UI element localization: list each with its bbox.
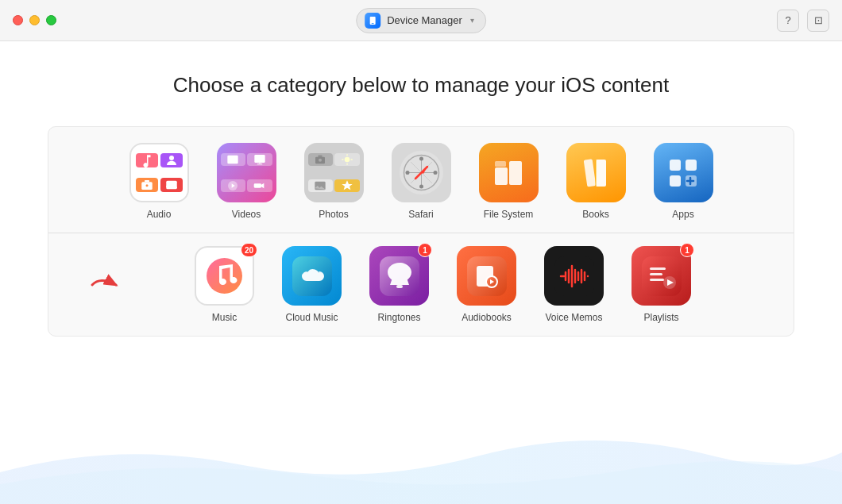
- svg-rect-9: [254, 155, 265, 163]
- books-icon-wrap: [566, 143, 626, 202]
- books-label: Books: [582, 209, 608, 220]
- svg-rect-61: [650, 273, 662, 275]
- audio-icon-wrap: [129, 143, 189, 202]
- apps-icon: [654, 143, 713, 202]
- filesystem-label: File System: [484, 209, 534, 220]
- category-videos[interactable]: Videos: [203, 143, 290, 220]
- cloudmusic-label: Cloud Music: [285, 312, 338, 323]
- star-icon: [341, 179, 353, 192]
- category-books[interactable]: Books: [552, 143, 639, 220]
- svg-rect-38: [670, 175, 681, 187]
- cloudmusic-svg: [292, 256, 332, 296]
- photos-label: Photos: [319, 209, 348, 220]
- category-ringtones[interactable]: 1: [356, 246, 443, 323]
- tv-icon: [253, 153, 266, 166]
- category-playlists[interactable]: 1: [618, 246, 705, 323]
- apps-svg: [663, 153, 703, 193]
- ringtones-svg: [380, 256, 419, 296]
- music-label: Music: [212, 312, 237, 323]
- titlebar-right: ? ⊡: [777, 10, 829, 32]
- cloudmusic-icon-wrap: [282, 246, 342, 306]
- person-icon: [164, 153, 179, 167]
- category-row-1: Audio: [48, 143, 794, 233]
- category-voicememos[interactable]: Voice Memos: [531, 246, 618, 323]
- minimize-button[interactable]: [29, 15, 40, 25]
- books-svg: [576, 153, 616, 193]
- svg-rect-36: [670, 160, 681, 171]
- close-button[interactable]: [13, 15, 23, 25]
- voicememos-icon-wrap: [544, 246, 604, 306]
- audiobooks-svg: [467, 256, 507, 296]
- camera-icon: [140, 178, 154, 192]
- category-apps[interactable]: Apps: [639, 143, 727, 220]
- playlists-badge: 1: [680, 243, 694, 257]
- audiobooks-icon-wrap: [457, 246, 516, 306]
- arrow-indicator: [88, 272, 132, 298]
- audio-label: Audio: [147, 209, 172, 220]
- main-content: Choose a category below to manage your i…: [0, 41, 842, 352]
- category-audio[interactable]: Audio: [115, 143, 203, 220]
- playlists-icon-wrap: 1: [632, 246, 691, 306]
- svg-point-27: [419, 185, 423, 189]
- safari-icon-wrap: [392, 143, 451, 202]
- svg-rect-15: [319, 155, 323, 156]
- category-music[interactable]: 20: [181, 246, 268, 323]
- category-safari[interactable]: Safari: [377, 143, 465, 220]
- film-icon: [226, 153, 239, 166]
- safari-svg: [400, 151, 443, 194]
- filesystem-svg: [489, 153, 528, 193]
- apps-label: Apps: [672, 209, 693, 220]
- svg-point-14: [319, 158, 322, 161]
- category-filesystem[interactable]: File System: [465, 143, 552, 220]
- phone-icon-svg: [368, 16, 377, 25]
- page-heading: Choose a category below to manage your i…: [48, 73, 794, 98]
- filesystem-icon-wrap: [479, 143, 539, 202]
- camera2-icon: [314, 153, 326, 166]
- videos-label: Videos: [232, 209, 261, 220]
- ringtones-badge: 1: [418, 243, 432, 257]
- sun-icon: [341, 153, 353, 166]
- svg-rect-46: [396, 285, 403, 288]
- maximize-button[interactable]: [46, 15, 56, 25]
- photo-icon: [314, 179, 326, 192]
- svg-rect-32: [495, 161, 506, 167]
- photos-icon-wrap: [304, 143, 364, 202]
- title-text: Device Manager: [387, 14, 462, 26]
- playlists-label: Playlists: [643, 312, 678, 323]
- arrow-svg: [88, 272, 132, 298]
- category-cloudmusic[interactable]: Cloud Music: [268, 246, 356, 323]
- svg-rect-1: [372, 23, 374, 24]
- videos-icon-wrap: [217, 143, 276, 202]
- apps-icon-wrap: [654, 143, 713, 202]
- titlebar: Device Manager ▾ ? ⊡: [0, 0, 842, 41]
- category-audiobooks[interactable]: Audiobooks: [443, 246, 531, 323]
- books-icon: [566, 143, 626, 202]
- category-photos[interactable]: Photos: [290, 143, 377, 220]
- device-manager-dropdown[interactable]: Device Manager ▾: [356, 8, 486, 33]
- voicememos-icon: [544, 246, 604, 306]
- svg-rect-6: [145, 180, 149, 182]
- safari-icon: [392, 143, 451, 202]
- svg-rect-34: [596, 160, 606, 187]
- image-icon: [164, 178, 179, 192]
- wave-svg: [0, 409, 842, 504]
- title-center: Device Manager ▾: [356, 8, 486, 33]
- audiobooks-icon: [457, 246, 516, 306]
- svg-point-16: [344, 156, 350, 162]
- svg-rect-62: [650, 279, 664, 281]
- ringtones-label: Ringtones: [377, 312, 420, 323]
- ringtones-icon-wrap: 1: [369, 246, 429, 306]
- svg-rect-10: [257, 164, 262, 164]
- safari-label: Safari: [408, 209, 433, 220]
- help-button[interactable]: ?: [777, 10, 799, 32]
- audiobooks-label: Audiobooks: [462, 312, 512, 323]
- svg-point-2: [169, 156, 174, 160]
- svg-point-29: [433, 171, 437, 175]
- play-icon: [226, 179, 239, 192]
- audio-icon: [129, 143, 189, 202]
- category-row-2: 20: [48, 233, 794, 336]
- svg-rect-60: [650, 267, 666, 270]
- svg-rect-37: [686, 160, 697, 171]
- window-button[interactable]: ⊡: [807, 10, 829, 32]
- svg-point-43: [207, 258, 242, 294]
